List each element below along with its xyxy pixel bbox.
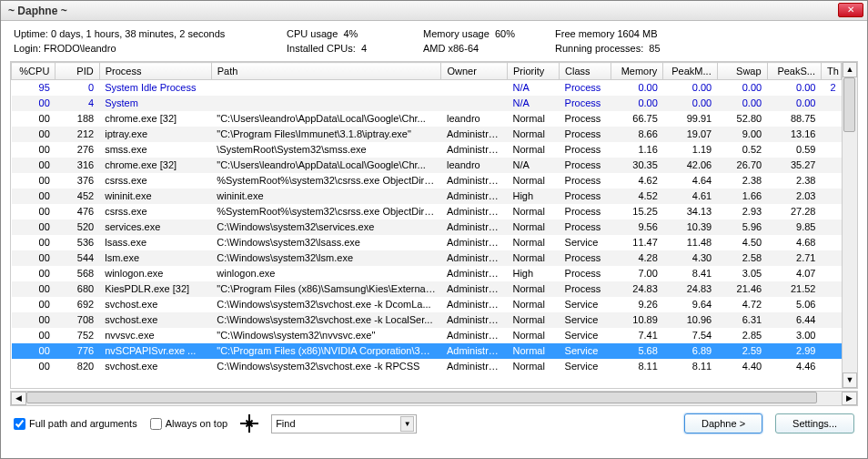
table-row[interactable]: 00776nvSCPAPISvr.exe ..."C:\Program File… (12, 343, 842, 359)
cell-peaks: 3.00 (767, 328, 821, 343)
scroll-up-arrow[interactable]: ▲ (843, 62, 857, 77)
table-row[interactable]: 00692svchost.exeC:\Windows\system32\svch… (12, 297, 842, 312)
cell-cpu: 00 (12, 142, 56, 158)
scroll-down-arrow[interactable]: ▼ (843, 372, 857, 388)
cell-cpu: 00 (12, 111, 56, 127)
cell-pid: 0 (56, 80, 99, 96)
table-row[interactable]: 00680KiesPDLR.exe [32]"C:\Program Files … (12, 281, 842, 297)
column-header[interactable]: Memory (611, 63, 663, 80)
fullpath-checkbox[interactable]: Full path and arguments (14, 418, 137, 430)
column-header[interactable]: PID (56, 63, 99, 80)
table-row[interactable]: 00476csrss.exe%SystemRoot%\system32\csrs… (12, 204, 842, 219)
cell-th (821, 281, 841, 297)
table-row[interactable]: 00452wininit.exewininit.exeAdministrat..… (12, 189, 842, 204)
titlebar[interactable]: ~ Daphne ~ ✕ (1, 1, 867, 21)
cell-class: Process (560, 111, 611, 127)
column-header[interactable]: PeakS... (767, 63, 821, 80)
close-button[interactable]: ✕ (838, 3, 863, 17)
cell-mem: 9.56 (611, 219, 663, 235)
cell-th (821, 111, 841, 127)
table-row[interactable]: 00376csrss.exe%SystemRoot%\system32\csrs… (12, 173, 842, 189)
cell-class: Service (560, 343, 611, 359)
cell-proc: svchost.exe (99, 297, 211, 312)
find-combo[interactable]: Find▼ (271, 414, 417, 434)
table-row[interactable]: 00316chrome.exe [32]"C:\Users\leandro\Ap… (12, 158, 842, 173)
cell-owner: leandro (441, 111, 508, 127)
cell-swap: 4.50 (717, 235, 767, 250)
cell-owner: Administrat... (441, 235, 508, 250)
cell-peaks: 0.59 (767, 142, 821, 158)
cell-mem: 30.35 (611, 158, 663, 173)
column-header[interactable]: Class (560, 63, 611, 80)
cell-cpu: 00 (12, 219, 56, 235)
table-row[interactable]: 00708svchost.exeC:\Windows\system32\svch… (12, 312, 842, 328)
cell-pid: 820 (56, 359, 99, 374)
cell-peaks: 0.00 (767, 96, 821, 111)
cell-cpu: 00 (12, 266, 56, 281)
column-header[interactable]: Owner (441, 63, 508, 80)
cell-cpu: 00 (12, 173, 56, 189)
scroll-right-arrow[interactable]: ▶ (842, 392, 857, 405)
table-row[interactable]: 00544lsm.exeC:\Windows\system32\lsm.exeA… (12, 250, 842, 266)
column-header[interactable]: Priority (507, 63, 559, 80)
table-row[interactable]: 00276smss.exe\SystemRoot\System32\smss.e… (12, 142, 842, 158)
cell-peak: 34.13 (663, 204, 717, 219)
cell-th: 2 (821, 80, 841, 96)
cell-mem: 24.83 (611, 281, 663, 297)
cell-th (821, 158, 841, 173)
table-row[interactable]: 00536lsass.exeC:\Windows\system32\lsass.… (12, 235, 842, 250)
column-header[interactable]: PeakM... (663, 63, 717, 80)
scroll-thumb-vertical[interactable] (843, 77, 855, 132)
cell-proc: lsm.exe (99, 250, 211, 266)
cell-owner: Administrat... (441, 250, 508, 266)
table-row[interactable]: 00820svchost.exeC:\Windows\system32\svch… (12, 359, 842, 374)
table-row[interactable]: 00752nvvsvc.exe"C:\Windows\system32\nvvs… (12, 328, 842, 343)
table-row[interactable]: 00212iptray.exe"C:\Program Files\Immunet… (12, 127, 842, 142)
column-header[interactable]: %CPU (12, 63, 56, 80)
cell-proc: chrome.exe [32] (99, 111, 211, 127)
table-row[interactable]: 00520services.exeC:\Windows\system32\ser… (12, 219, 842, 235)
table-row[interactable]: 00188chrome.exe [32]"C:\Users\leandro\Ap… (12, 111, 842, 127)
process-table[interactable]: %CPUPIDProcessPathOwnerPriorityClassMemo… (11, 62, 842, 374)
cell-peak: 7.54 (663, 328, 717, 343)
cell-owner: Administrat... (441, 266, 508, 281)
cell-peak: 4.61 (663, 189, 717, 204)
cell-peak: 42.06 (663, 158, 717, 173)
scroll-left-arrow[interactable]: ◀ (11, 392, 26, 405)
cell-prio: Normal (507, 250, 559, 266)
column-header[interactable]: Process (99, 63, 211, 80)
column-header[interactable]: Th (821, 63, 841, 80)
cell-prio: Normal (507, 219, 559, 235)
crosshair-icon[interactable] (240, 414, 258, 433)
cell-peak: 19.07 (663, 127, 717, 142)
column-header[interactable]: Path (211, 63, 441, 80)
daphne-button[interactable]: Daphne > (684, 413, 762, 434)
cell-swap: 6.31 (717, 312, 767, 328)
cell-owner: Administrat... (441, 359, 508, 374)
cell-swap: 9.00 (717, 127, 767, 142)
cell-swap: 4.72 (717, 297, 767, 312)
cell-pid: 188 (56, 111, 99, 127)
cell-peak: 4.64 (663, 173, 717, 189)
always-on-top-checkbox[interactable]: Always on top (150, 418, 227, 430)
cell-peaks: 21.52 (767, 281, 821, 297)
cell-prio: N/A (507, 96, 559, 111)
column-header[interactable]: Swap (717, 63, 767, 80)
cell-path: C:\Windows\system32\services.exe (211, 219, 441, 235)
cell-th (821, 250, 841, 266)
table-row[interactable]: 950System Idle ProcessN/AProcess0.000.00… (12, 80, 842, 96)
cell-path: C:\Windows\system32\svchost.exe -k RPCSS (211, 359, 441, 374)
chevron-down-icon[interactable]: ▼ (400, 416, 414, 432)
table-row[interactable]: 00568winlogon.exewinlogon.exeAdministrat… (12, 266, 842, 281)
vertical-scrollbar[interactable]: ▲ ▼ (842, 62, 857, 388)
horizontal-scrollbar[interactable]: ◀ ▶ (10, 391, 858, 406)
table-row[interactable]: 004SystemN/AProcess0.000.000.000.00 (12, 96, 842, 111)
settings-button[interactable]: Settings... (775, 413, 854, 434)
cell-proc: svchost.exe (99, 312, 211, 328)
cell-peaks: 27.28 (767, 204, 821, 219)
cell-peaks: 6.44 (767, 312, 821, 328)
cell-peaks: 9.85 (767, 219, 821, 235)
cell-class: Service (560, 359, 611, 374)
architecture: AMD x86-64 (423, 43, 555, 54)
scroll-thumb-horizontal[interactable] (26, 392, 817, 403)
